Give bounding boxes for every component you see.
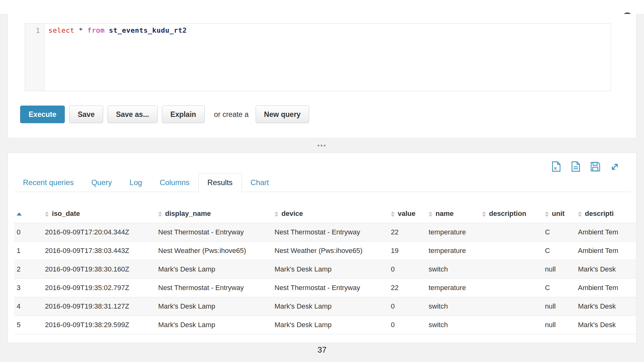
tab-query[interactable]: Query	[82, 173, 120, 192]
col-header-index[interactable]	[14, 205, 42, 223]
sort-icon	[275, 211, 278, 217]
save-results-icon[interactable]	[590, 161, 600, 172]
col-header-unit[interactable]: unit	[542, 205, 575, 223]
export-file-icon[interactable]	[571, 161, 581, 172]
table-row: 3 2016-09-09T19:35:02.797Z Nest Thermost…	[14, 279, 636, 297]
line-number: 1	[36, 27, 40, 35]
export-excel-icon[interactable]: x	[551, 161, 561, 172]
panel-resize-handle[interactable]: •••	[0, 138, 644, 153]
sql-keyword-select: select	[48, 26, 74, 34]
sql-table-name: st_events_kudu_rt2	[105, 26, 187, 34]
table-header-row: iso_date display_name device value name …	[14, 205, 636, 223]
sort-icon	[391, 211, 395, 217]
col-header-description2[interactable]: descripti	[575, 205, 636, 223]
explain-button[interactable]: Explain	[162, 106, 205, 123]
sort-icon	[158, 211, 162, 217]
new-query-button[interactable]: New query	[256, 106, 309, 123]
page-number: 37	[0, 345, 644, 355]
resize-grip-icon: •••	[317, 144, 327, 147]
table-row: 2 2016-09-09T19:38:30.160Z Mark's Desk L…	[14, 260, 636, 279]
col-header-description[interactable]: description	[480, 205, 542, 223]
tab-recent-queries[interactable]: Recent queries	[14, 173, 82, 192]
table-row: 5 2016-09-09T19:38:29.599Z Mark's Desk L…	[14, 316, 636, 334]
table-row: 0 2016-09-09T17:20:04.344Z Nest Thermost…	[14, 223, 636, 242]
results-tab-bar: Recent queries Query Log Columns Results…	[14, 173, 630, 192]
execute-button[interactable]: Execute	[20, 106, 65, 123]
sort-icon	[545, 211, 549, 217]
sort-icon	[45, 211, 49, 217]
col-header-iso-date[interactable]: iso_date	[42, 205, 156, 223]
sort-icon	[429, 211, 432, 217]
sql-code-line[interactable]: select * from st_events_kudu_rt2	[45, 24, 611, 91]
query-toolbar: Execute Save Save as... Explain or creat…	[20, 106, 309, 123]
export-toolbar: x	[551, 161, 620, 172]
tab-log[interactable]: Log	[121, 173, 151, 192]
sql-editor[interactable]: 1 select * from st_events_kudu_rt2	[25, 23, 611, 91]
results-table-wrap: iso_date display_name device value name …	[14, 205, 636, 334]
save-as-button[interactable]: Save as...	[108, 106, 158, 123]
tab-columns[interactable]: Columns	[151, 173, 198, 192]
expand-fullscreen-icon[interactable]	[610, 161, 620, 172]
sort-icon	[482, 211, 486, 217]
line-number-gutter: 1	[25, 24, 45, 91]
results-table: iso_date display_name device value name …	[14, 205, 636, 334]
sql-keyword-from: from	[87, 26, 105, 34]
sql-star: *	[74, 26, 87, 34]
save-button[interactable]: Save	[69, 106, 103, 123]
col-header-device[interactable]: device	[272, 205, 388, 223]
sort-ascending-icon	[17, 212, 22, 216]
col-header-name[interactable]: name	[426, 205, 480, 223]
table-row: 4 2016-09-09T19:38:31.127Z Mark's Desk L…	[14, 297, 636, 316]
top-strip	[0, 0, 644, 14]
or-create-label: or create a	[214, 110, 249, 119]
sort-icon	[578, 211, 582, 217]
col-header-value[interactable]: value	[388, 205, 426, 223]
tab-results[interactable]: Results	[198, 173, 242, 192]
query-editor-panel: 1 select * from st_events_kudu_rt2 Execu…	[8, 14, 636, 138]
tab-chart[interactable]: Chart	[242, 173, 278, 192]
svg-text:x: x	[554, 165, 557, 171]
results-panel: x Recent queries Query Log Columns Resul…	[8, 153, 636, 343]
col-header-display-name[interactable]: display_name	[156, 205, 272, 223]
table-row: 1 2016-09-09T17:38:03.443Z Nest Weather …	[14, 242, 636, 260]
